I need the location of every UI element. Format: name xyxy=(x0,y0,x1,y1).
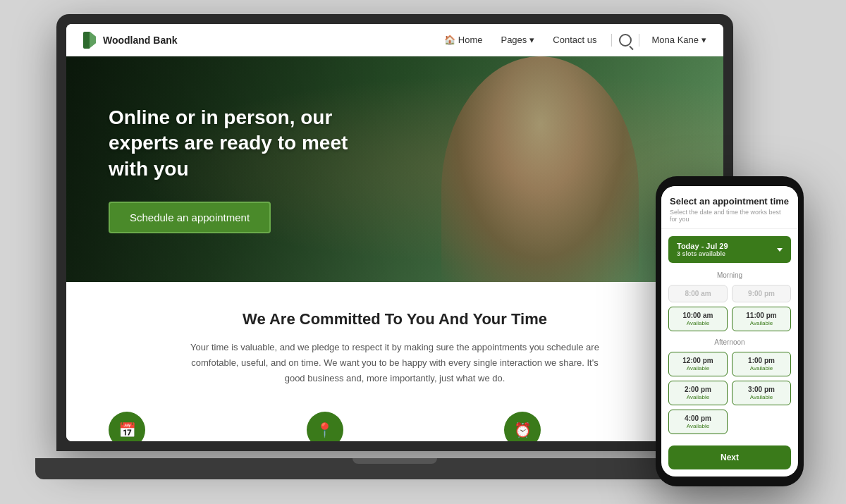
phone-subtitle: Select the date and time the works best … xyxy=(670,209,790,223)
feature-branches: 📍 Nearby Branches We make it easy to cho… xyxy=(307,412,484,441)
logo-left xyxy=(83,32,90,49)
hero-title: Online or in person, our experts are rea… xyxy=(109,105,391,182)
user-name: Mona Kane xyxy=(652,35,699,45)
laptop-screen: Woodland Bank 🏠 Home Pages ▾ Contact us xyxy=(66,24,723,441)
time-slot-4pm[interactable]: 4:00 pm Available xyxy=(668,410,728,434)
slot-avail: Available xyxy=(738,394,785,400)
time-slot-available-2: Available xyxy=(738,320,785,326)
user-chevron-icon: ▾ xyxy=(701,35,706,45)
time-slot-time: 1:00 pm xyxy=(738,357,785,364)
slots-available: 3 slots available xyxy=(677,250,728,257)
commitment-description: Your time is valuable, and we pledge to … xyxy=(183,340,606,386)
laptop-device: Woodland Bank 🏠 Home Pages ▾ Contact us xyxy=(56,14,733,479)
reminders-icon: ⏰ xyxy=(504,412,541,441)
time-slot-time: 8:00 am xyxy=(675,290,721,297)
slot-avail: Available xyxy=(675,394,721,400)
time-slot-12pm[interactable]: 12:00 pm Available xyxy=(668,352,728,376)
time-slot-10am[interactable]: 10:00 am Available xyxy=(668,307,728,331)
brand-name: Woodland Bank xyxy=(103,35,178,46)
phone-device: Select an appointment time Select the da… xyxy=(656,176,804,486)
scene: Woodland Bank 🏠 Home Pages ▾ Contact us xyxy=(0,0,846,504)
time-slot-time: 9:00 pm xyxy=(738,290,785,297)
commitment-title: We Are Committed To You And Your Time xyxy=(109,310,681,328)
time-slot-time: 11:00 pm xyxy=(738,312,785,319)
pages-label: Pages xyxy=(501,35,527,45)
nav-divider xyxy=(611,34,612,47)
morning-time-grid: 8:00 am 9:00 pm 10:00 am Available 11:00… xyxy=(668,285,791,331)
afternoon-label: Afternoon xyxy=(668,338,791,346)
laptop-frame: Woodland Bank 🏠 Home Pages ▾ Contact us xyxy=(56,14,733,451)
scheduling-icon: 📅 xyxy=(109,412,145,441)
morning-label: Morning xyxy=(668,271,791,279)
home-icon: 🏠 xyxy=(444,35,455,45)
features-grid: 📅 Stress-Free Scheduling Our online sche… xyxy=(109,412,681,441)
nav-contact[interactable]: Contact us xyxy=(546,32,603,48)
next-button[interactable]: Next xyxy=(668,445,791,469)
branches-icon: 📍 xyxy=(307,412,343,441)
slot-avail: Available xyxy=(738,365,785,371)
time-slot-1pm[interactable]: 1:00 pm Available xyxy=(732,352,791,376)
chevron-icon: ▾ xyxy=(529,35,534,45)
time-slot-time: 3:00 pm xyxy=(738,386,785,393)
time-slot-time: 10:00 am xyxy=(675,312,721,319)
search-icon[interactable] xyxy=(619,34,632,47)
date-label: Today - Jul 29 xyxy=(677,242,728,250)
slot-avail: Available xyxy=(675,365,721,371)
time-slot-time: 12:00 pm xyxy=(675,357,721,364)
hero-section: Online or in person, our experts are rea… xyxy=(66,56,723,282)
time-slot-time: 2:00 pm xyxy=(675,386,721,393)
laptop-base xyxy=(35,458,754,479)
phone-screen: Select an appointment time Select the da… xyxy=(661,186,798,477)
nav-divider-2 xyxy=(639,34,639,47)
phone-header: Select an appointment time Select the da… xyxy=(661,186,798,229)
contact-label: Contact us xyxy=(553,35,596,45)
schedule-appointment-button[interactable]: Schedule an appointment xyxy=(109,202,271,233)
date-selector[interactable]: Today - Jul 29 3 slots available xyxy=(668,236,791,263)
time-slot-3pm[interactable]: 3:00 pm Available xyxy=(732,381,791,405)
time-slot-8am[interactable]: 8:00 am xyxy=(668,285,728,302)
hero-content: Online or in person, our experts are rea… xyxy=(66,77,433,262)
time-slot-11pm[interactable]: 11:00 pm Available xyxy=(732,307,791,331)
feature-scheduling: 📅 Stress-Free Scheduling Our online sche… xyxy=(109,412,286,441)
time-slot-available: Available xyxy=(675,320,721,326)
date-chevron-icon xyxy=(777,248,783,252)
time-slot-2pm[interactable]: 2:00 pm Available xyxy=(668,381,728,405)
phone-content: Today - Jul 29 3 slots available Morning… xyxy=(661,229,798,438)
time-slot-9pm[interactable]: 9:00 pm xyxy=(732,285,791,302)
navbar: Woodland Bank 🏠 Home Pages ▾ Contact us xyxy=(66,24,723,56)
phone-footer: Next xyxy=(661,438,798,477)
logo-right xyxy=(90,32,96,49)
time-slot-time: 4:00 pm xyxy=(675,414,721,422)
commitment-section: We Are Committed To You And Your Time Yo… xyxy=(66,282,723,441)
slot-avail: Available xyxy=(675,423,721,429)
nav-pages[interactable]: Pages ▾ xyxy=(494,32,541,48)
brand-logo xyxy=(83,32,97,49)
home-label: Home xyxy=(458,35,483,45)
phone-title: Select an appointment time xyxy=(670,196,790,207)
nav-links: 🏠 Home Pages ▾ Contact us xyxy=(437,32,706,48)
nav-home[interactable]: 🏠 Home xyxy=(437,32,490,48)
afternoon-time-grid: 12:00 pm Available 1:00 pm Available 2:0… xyxy=(668,352,791,434)
user-menu[interactable]: Mona Kane ▾ xyxy=(652,35,707,45)
feature-reminders: ⏰ Timely Reminders Our automated confirm… xyxy=(504,412,681,441)
